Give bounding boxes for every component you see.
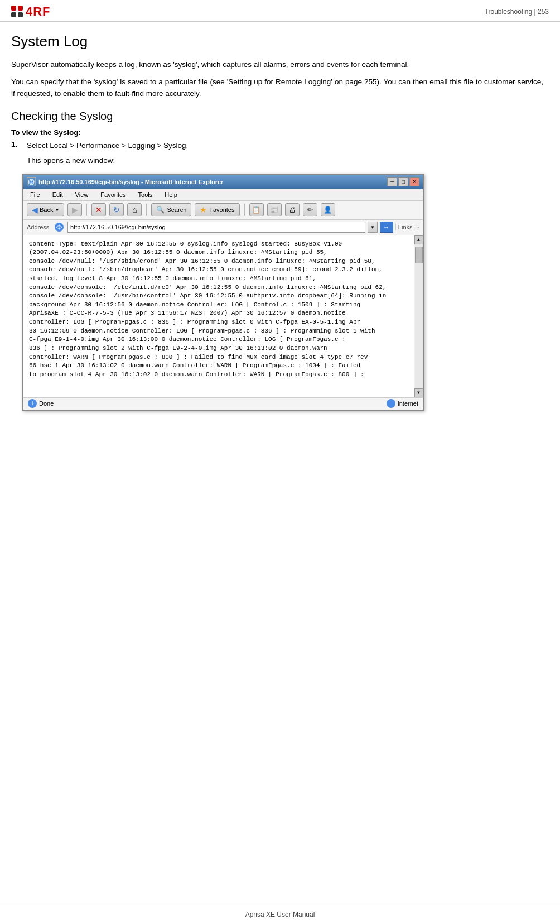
step-text: Select Local > Performance > Logging > S… xyxy=(27,140,188,152)
media-icon-5: 👤 xyxy=(324,206,332,214)
address-url-text: http://172.16.50.169//cgi-bin/syslog xyxy=(70,224,166,230)
internet-icon xyxy=(387,399,395,408)
browser-window: http://172.16.50.169//cgi-bin/syslog - M… xyxy=(22,174,424,411)
status-ie-icon: i xyxy=(28,399,37,408)
indent-text: This opens a new window: xyxy=(27,155,543,167)
scroll-thumb[interactable] xyxy=(415,247,423,263)
media-icon-4: ✏ xyxy=(307,206,313,214)
browser-title-text: http://172.16.50.169//cgi-bin/syslog - M… xyxy=(38,179,223,185)
address-globe-icon xyxy=(55,223,64,232)
toolbar-separator-1 xyxy=(86,204,87,216)
logo: 4RF xyxy=(11,4,51,19)
menu-help[interactable]: Help xyxy=(162,190,180,199)
browser-titlebar: http://172.16.50.169//cgi-bin/syslog - M… xyxy=(23,175,423,189)
favorites-button[interactable]: ★ Favorites xyxy=(195,203,239,216)
browser-content-inner: Content-Type: text/plain Apr 30 16:12:55… xyxy=(29,240,408,379)
toolbar-separator-3 xyxy=(244,204,245,216)
media-button-5[interactable]: 👤 xyxy=(321,203,335,216)
page-info: Troubleshooting | 253 xyxy=(485,8,549,16)
logo-text: 4RF xyxy=(26,4,51,19)
search-label: Search xyxy=(167,206,186,213)
address-dropdown[interactable]: ▼ xyxy=(368,222,378,233)
back-arrow: ▼ xyxy=(55,208,59,213)
logo-square-2 xyxy=(18,6,23,11)
main-content: System Log SuperVisor automatically keep… xyxy=(0,22,560,450)
menu-view[interactable]: View xyxy=(73,190,91,199)
status-left: i Done xyxy=(28,399,54,408)
browser-title-left: http://172.16.50.169//cgi-bin/syslog - M… xyxy=(27,177,223,186)
links-label: Links xyxy=(395,224,415,230)
syslog-content: Content-Type: text/plain Apr 30 16:12:55… xyxy=(29,240,408,379)
menu-tools[interactable]: Tools xyxy=(136,190,155,199)
back-button[interactable]: ◀ Back ▼ xyxy=(27,203,64,216)
media-button-3[interactable]: 🖨 xyxy=(285,203,300,216)
scroll-track[interactable] xyxy=(415,244,423,388)
forward-icon: ▶ xyxy=(72,205,78,214)
media-icon-1: 📋 xyxy=(252,206,260,214)
section-heading: Checking the Syslog xyxy=(11,110,543,123)
browser-addressbar: Address http://172.16.50.169//cgi-bin/sy… xyxy=(23,220,423,235)
logo-square-4 xyxy=(18,12,23,17)
search-icon: 🔍 xyxy=(156,206,165,214)
media-button-1[interactable]: 📋 xyxy=(249,203,264,216)
links-arrow-icon[interactable]: » xyxy=(417,225,419,230)
menu-edit[interactable]: Edit xyxy=(50,190,65,199)
browser-menubar: File Edit View Favorites Tools Help xyxy=(23,189,423,201)
browser-title-buttons[interactable]: ─ □ ✕ xyxy=(387,177,419,186)
browser-scrollbar[interactable]: ▲ ▼ xyxy=(414,235,423,397)
address-input[interactable]: http://172.16.50.169//cgi-bin/syslog xyxy=(67,222,365,233)
stop-icon: ✕ xyxy=(95,205,102,214)
scroll-down-button[interactable]: ▼ xyxy=(414,388,423,397)
status-right: Internet xyxy=(387,399,418,408)
home-button[interactable]: ⌂ xyxy=(127,203,142,216)
browser-content: Content-Type: text/plain Apr 30 16:12:55… xyxy=(23,235,423,397)
step-label: To view the Syslog: xyxy=(11,128,543,137)
maximize-button[interactable]: □ xyxy=(398,177,408,186)
menu-favorites[interactable]: Favorites xyxy=(98,190,128,199)
close-button[interactable]: ✕ xyxy=(409,177,419,186)
scroll-up-button[interactable]: ▲ xyxy=(414,235,423,244)
media-icon-2: 📰 xyxy=(270,206,278,214)
step-number: 1. xyxy=(11,140,22,152)
media-button-4[interactable]: ✏ xyxy=(303,203,317,216)
address-label: Address xyxy=(27,224,52,230)
logo-icon xyxy=(11,6,23,18)
paragraph-2: You can specify that the 'syslog' is sav… xyxy=(11,76,543,100)
search-button[interactable]: 🔍 Search xyxy=(151,203,191,216)
media-button-2[interactable]: 📰 xyxy=(267,203,282,216)
minimize-button[interactable]: ─ xyxy=(387,177,397,186)
page-footer: Aprisa XE User Manual xyxy=(0,906,560,918)
browser-ie-icon xyxy=(27,177,36,186)
status-text: Done xyxy=(39,400,54,407)
menu-file[interactable]: File xyxy=(28,190,42,199)
toolbar-separator-2 xyxy=(146,204,147,216)
logo-square-1 xyxy=(11,6,16,11)
forward-button[interactable]: ▶ xyxy=(67,203,82,216)
media-icon-3: 🖨 xyxy=(289,206,296,214)
footer-text: Aprisa XE User Manual xyxy=(245,911,315,918)
home-icon: ⌂ xyxy=(132,205,137,214)
browser-toolbar: ◀ Back ▼ ▶ ✕ ↻ ⌂ 🔍 xyxy=(23,201,423,220)
go-button[interactable]: → xyxy=(380,222,393,233)
favorites-label: Favorites xyxy=(209,206,234,213)
refresh-icon: ↻ xyxy=(113,205,120,214)
logo-square-3 xyxy=(11,12,16,17)
step-1: 1. Select Local > Performance > Logging … xyxy=(11,140,543,152)
back-label: Back xyxy=(40,206,53,213)
browser-statusbar: i Done Internet xyxy=(23,397,423,410)
paragraph-1: SuperVisor automatically keeps a log, kn… xyxy=(11,59,543,71)
refresh-button[interactable]: ↻ xyxy=(109,203,124,216)
back-icon: ◀ xyxy=(32,205,38,214)
stop-button[interactable]: ✕ xyxy=(91,203,106,216)
status-internet-label: Internet xyxy=(398,400,418,407)
favorites-star-icon: ★ xyxy=(200,205,207,214)
page-title: System Log xyxy=(11,33,543,50)
page-header: 4RF Troubleshooting | 253 xyxy=(0,0,560,22)
